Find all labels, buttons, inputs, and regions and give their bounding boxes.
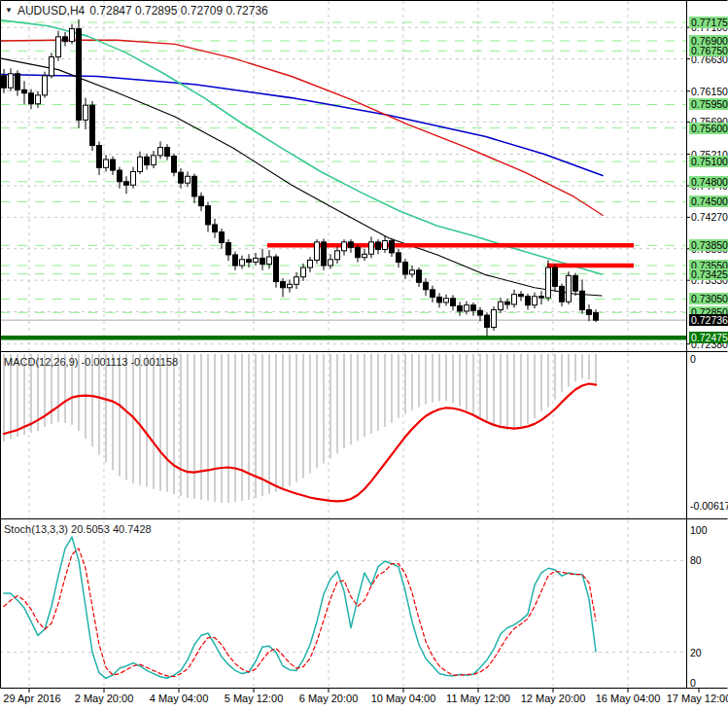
- chart-title: ▼ AUDUSD,H4 0.72847 0.72895 0.72709 0.72…: [5, 4, 268, 18]
- stoch-scale-20: 20: [690, 647, 702, 658]
- stoch-scale-100: 100: [690, 524, 708, 536]
- time-label: 12 May 20:00: [521, 693, 586, 704]
- symbol-period-label: AUDUSD,H4: [17, 4, 85, 18]
- macd-scale-min: -0.006175: [690, 500, 728, 512]
- price-level-label: 0.73050: [689, 293, 728, 304]
- ohlc-values-label: 0.72847 0.72895 0.72709 0.72736: [89, 4, 268, 18]
- time-label: 5 May 12:00: [225, 693, 284, 704]
- stoch-label: Stoch(13,3,3) 20.5053 40.7428: [4, 523, 152, 535]
- time-label: 6 May 20:00: [299, 693, 359, 704]
- macd-label: MACD(12,26,9) -0.001113 -0.001158: [4, 356, 178, 368]
- time-label: 10 May 04:00: [371, 693, 436, 704]
- current-price-label: 0.72736: [689, 314, 728, 326]
- price-level-label: 0.76750: [689, 45, 728, 56]
- price-level-label: 0.75100: [689, 156, 728, 167]
- time-label: 11 May 12:00: [446, 693, 510, 704]
- price-level-label: 0.75600: [689, 123, 728, 134]
- time-label: 4 May 04:00: [150, 693, 209, 704]
- price-level-label: 0.75950: [689, 98, 728, 110]
- stoch-scale-80: 80: [690, 554, 702, 566]
- price-label: 0.76150: [689, 86, 728, 97]
- price-level-label: 0.73850: [689, 239, 728, 251]
- support-price-label: 0.72475: [689, 332, 728, 343]
- time-label: 16 May 04:00: [596, 693, 661, 704]
- time-label: 29 Apr 2016: [3, 693, 60, 704]
- stoch-scale-0: 0: [690, 677, 696, 689]
- macd-scale-max: 0: [690, 353, 696, 365]
- price-level-label: 0.77175: [689, 17, 728, 28]
- symbol-dropdown-icon[interactable]: ▼: [5, 7, 13, 15]
- time-label: 17 May 12:00: [667, 693, 728, 704]
- price-level-label: 0.73425: [689, 268, 728, 280]
- mt4-chart-window: ▼ AUDUSD,H4 0.72847 0.72895 0.72709 0.72…: [0, 0, 728, 711]
- price-label: 0.74270: [689, 211, 728, 223]
- price-level-label: 0.74500: [689, 196, 728, 207]
- price-level-label: 0.74800: [689, 176, 728, 188]
- time-label: 2 May 20:00: [75, 693, 134, 704]
